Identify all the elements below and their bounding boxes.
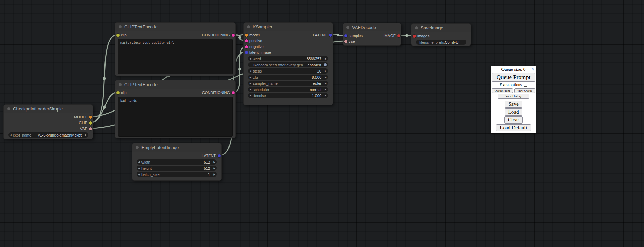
link-midpoint-dot[interactable] xyxy=(103,77,106,80)
scheduler-widget[interactable]: ◀ scheduler normal ▶ xyxy=(248,87,328,92)
vae-slot-dot[interactable] xyxy=(89,127,92,130)
node-saveimage[interactable]: SaveImage images filename_prefix ComfyUI xyxy=(411,23,471,46)
queue-front-button[interactable]: Queue Front xyxy=(492,88,513,93)
node-titlebar[interactable]: EmptyLatentImage xyxy=(132,143,221,152)
denoise-widget[interactable]: ◀ denoise 1.000 ▶ xyxy=(248,93,328,98)
samples-input-dot[interactable] xyxy=(344,34,347,37)
prev-value-arrow-icon[interactable]: ◀ xyxy=(8,132,13,138)
node-emptylatentimage[interactable]: EmptyLatentImage LATENT ◀ width 512 ▶ ◀ … xyxy=(132,143,222,181)
node-title: CLIPTextEncode xyxy=(124,24,158,29)
node-titlebar[interactable]: VAEDecode xyxy=(343,23,401,31)
vae-input-dot[interactable] xyxy=(344,40,347,43)
model-input-dot[interactable] xyxy=(245,34,248,37)
prev-value-arrow-icon[interactable]: ◀ xyxy=(248,75,253,80)
next-value-arrow-icon[interactable]: ▶ xyxy=(212,159,217,165)
negative-input-dot[interactable] xyxy=(245,45,248,48)
node-vaedecode[interactable]: VAEDecode samples IMAGE vae xyxy=(343,23,401,46)
batch-size-widget[interactable]: ◀ batch_size 1 ▶ xyxy=(137,172,217,177)
next-value-arrow-icon[interactable]: ▶ xyxy=(212,166,217,171)
prev-value-arrow-icon[interactable]: ◀ xyxy=(137,166,141,171)
load-default-button[interactable]: Load Default xyxy=(496,124,531,131)
next-value-arrow-icon[interactable]: ▶ xyxy=(323,68,328,74)
next-value-arrow-icon[interactable]: ▶ xyxy=(323,93,328,98)
extra-options-checkbox[interactable] xyxy=(524,83,527,87)
output-slot-model: MODEL xyxy=(4,114,93,120)
positive-input-dot[interactable] xyxy=(245,39,248,42)
widget-label: seed xyxy=(253,57,261,61)
conditioning-output-dot[interactable] xyxy=(232,34,235,37)
widget-value: 1.000 xyxy=(312,94,321,98)
link-midpoint-dot[interactable] xyxy=(103,106,106,109)
slot-label: CLIP xyxy=(79,120,87,126)
node-checkpointloadersimple[interactable]: CheckpointLoaderSimple MODEL CLIP VAE ◀ … xyxy=(3,104,93,139)
next-value-arrow-icon[interactable]: ▶ xyxy=(323,56,328,61)
node-titlebar[interactable]: CheckpointLoaderSimple xyxy=(4,105,93,113)
collapse-toggle-icon[interactable] xyxy=(119,83,122,86)
link-midpoint-dot[interactable] xyxy=(238,68,241,71)
prev-value-arrow-icon[interactable]: ◀ xyxy=(248,87,253,92)
height-widget[interactable]: ◀ height 512 ▶ xyxy=(137,166,217,171)
prev-value-arrow-icon[interactable]: ◀ xyxy=(248,81,253,86)
model-slot-dot[interactable] xyxy=(89,116,92,119)
positive-prompt-textarea[interactable]: masterpiece best quality girl xyxy=(118,39,233,74)
queue-prompt-button[interactable]: Queue Prompt xyxy=(492,73,535,82)
next-value-arrow-icon[interactable]: ▶ xyxy=(323,87,328,92)
load-button[interactable]: Load xyxy=(505,108,523,116)
clip-input-dot[interactable] xyxy=(116,91,120,94)
random-seed-toggle-widget[interactable]: Random seed after every gen enabled xyxy=(248,62,328,67)
node-titlebar[interactable]: CLIPTextEncode xyxy=(115,80,235,89)
node-titlebar[interactable]: CLIPTextEncode xyxy=(115,23,235,31)
prev-value-arrow-icon[interactable]: ◀ xyxy=(137,159,141,165)
next-value-arrow-icon[interactable]: ▶ xyxy=(84,132,88,138)
node-titlebar[interactable]: SaveImage xyxy=(411,24,471,32)
settings-gear-icon[interactable]: ✳ xyxy=(531,67,535,72)
widget-value: 1 xyxy=(208,172,210,177)
latent-output-dot[interactable] xyxy=(329,34,332,37)
clear-button[interactable]: Clear xyxy=(504,116,523,124)
conditioning-output-dot[interactable] xyxy=(232,91,235,94)
clip-slot-dot[interactable] xyxy=(89,121,92,125)
slot-label: LATENT xyxy=(202,153,216,159)
link-midpoint-dot[interactable] xyxy=(405,34,408,37)
collapse-toggle-icon[interactable] xyxy=(136,146,139,149)
sampler-name-widget[interactable]: ◀ sampler_name euler ▶ xyxy=(248,81,328,86)
latent-image-input-dot[interactable] xyxy=(245,51,248,54)
next-value-arrow-icon[interactable]: ▶ xyxy=(212,172,217,177)
widget-value: euler xyxy=(313,81,321,86)
link-midpoint-dot[interactable] xyxy=(337,34,339,36)
collapse-toggle-icon[interactable] xyxy=(119,25,122,28)
collapse-toggle-icon[interactable] xyxy=(415,26,418,29)
filename-prefix-widget[interactable]: filename_prefix ComfyUI xyxy=(416,40,466,45)
width-widget[interactable]: ◀ width 512 ▶ xyxy=(137,159,217,165)
prev-value-arrow-icon[interactable]: ◀ xyxy=(248,93,253,98)
slot-row: latent_image xyxy=(244,50,333,55)
prev-value-arrow-icon[interactable]: ◀ xyxy=(248,56,253,61)
node-cliptextencode-positive[interactable]: CLIPTextEncode clip CONDITIONING masterp… xyxy=(115,22,236,76)
node-ksampler[interactable]: KSampler model LATENT positive negative … xyxy=(243,22,333,105)
seed-widget[interactable]: ◀ seed 8566257 ▶ xyxy=(248,56,328,61)
ckpt-name-widget[interactable]: ◀ ckpt_name v1-5-pruned-emaonly.ckpt ▶ xyxy=(8,132,88,138)
toggle-indicator-dot[interactable] xyxy=(324,63,327,66)
node-graph-canvas[interactable]: CheckpointLoaderSimple MODEL CLIP VAE ◀ … xyxy=(0,0,644,247)
node-titlebar[interactable]: KSampler xyxy=(244,23,333,31)
save-button[interactable]: Save xyxy=(505,101,522,108)
images-input-dot[interactable] xyxy=(413,35,416,38)
node-cliptextencode-negative[interactable]: CLIPTextEncode clip CONDITIONING bad han… xyxy=(115,80,236,138)
negative-prompt-textarea[interactable]: bad hands xyxy=(118,97,233,136)
prev-value-arrow-icon[interactable]: ◀ xyxy=(248,68,253,74)
latent-output-dot[interactable] xyxy=(218,154,221,157)
slot-label: IMAGE xyxy=(384,33,396,39)
prev-value-arrow-icon[interactable]: ◀ xyxy=(137,172,141,177)
next-value-arrow-icon[interactable]: ▶ xyxy=(323,75,328,80)
next-value-arrow-icon[interactable]: ▶ xyxy=(323,81,328,86)
view-queue-button[interactable]: View Queue xyxy=(514,88,536,93)
view-history-button[interactable]: View History xyxy=(498,94,529,99)
steps-widget[interactable]: ◀ steps 20 ▶ xyxy=(248,68,328,74)
clip-input-dot[interactable] xyxy=(116,34,120,37)
collapse-toggle-icon[interactable] xyxy=(247,25,250,28)
collapse-toggle-icon[interactable] xyxy=(346,26,349,29)
link-midpoint-dot[interactable] xyxy=(238,36,241,39)
image-output-dot[interactable] xyxy=(397,34,400,37)
collapse-toggle-icon[interactable] xyxy=(7,107,10,110)
cfg-widget[interactable]: ◀ cfg 8.000 ▶ xyxy=(248,75,328,80)
